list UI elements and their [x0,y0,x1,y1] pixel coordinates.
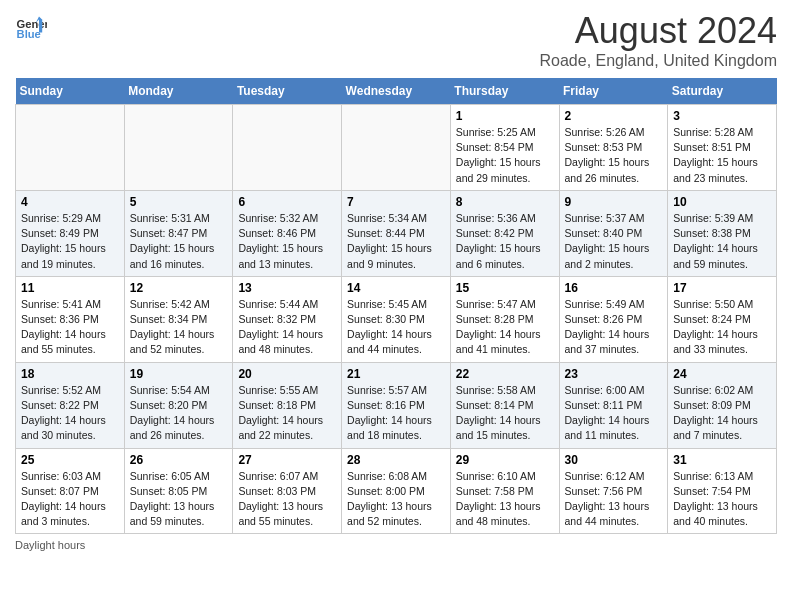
day-info: Sunrise: 6:02 AM Sunset: 8:09 PM Dayligh… [673,383,771,444]
day-cell [124,105,233,191]
day-cell: 20Sunrise: 5:55 AM Sunset: 8:18 PM Dayli… [233,362,342,448]
week-row-5: 25Sunrise: 6:03 AM Sunset: 8:07 PM Dayli… [16,448,777,534]
day-info: Sunrise: 5:39 AM Sunset: 8:38 PM Dayligh… [673,211,771,272]
day-number: 30 [565,453,663,467]
day-number: 3 [673,109,771,123]
day-info: Sunrise: 5:47 AM Sunset: 8:28 PM Dayligh… [456,297,554,358]
day-info: Sunrise: 6:13 AM Sunset: 7:54 PM Dayligh… [673,469,771,530]
day-header-tuesday: Tuesday [233,78,342,105]
day-cell: 18Sunrise: 5:52 AM Sunset: 8:22 PM Dayli… [16,362,125,448]
day-number: 1 [456,109,554,123]
day-cell: 13Sunrise: 5:44 AM Sunset: 8:32 PM Dayli… [233,276,342,362]
day-number: 25 [21,453,119,467]
day-info: Sunrise: 5:52 AM Sunset: 8:22 PM Dayligh… [21,383,119,444]
day-number: 11 [21,281,119,295]
day-info: Sunrise: 5:25 AM Sunset: 8:54 PM Dayligh… [456,125,554,186]
header-row: SundayMondayTuesdayWednesdayThursdayFrid… [16,78,777,105]
logo: General Blue [15,10,47,42]
day-cell: 9Sunrise: 5:37 AM Sunset: 8:40 PM Daylig… [559,190,668,276]
day-header-monday: Monday [124,78,233,105]
day-info: Sunrise: 5:34 AM Sunset: 8:44 PM Dayligh… [347,211,445,272]
day-number: 17 [673,281,771,295]
day-number: 8 [456,195,554,209]
day-cell: 31Sunrise: 6:13 AM Sunset: 7:54 PM Dayli… [668,448,777,534]
week-row-3: 11Sunrise: 5:41 AM Sunset: 8:36 PM Dayli… [16,276,777,362]
day-number: 21 [347,367,445,381]
day-info: Sunrise: 5:36 AM Sunset: 8:42 PM Dayligh… [456,211,554,272]
day-number: 24 [673,367,771,381]
day-cell: 7Sunrise: 5:34 AM Sunset: 8:44 PM Daylig… [342,190,451,276]
day-info: Sunrise: 5:49 AM Sunset: 8:26 PM Dayligh… [565,297,663,358]
day-info: Sunrise: 6:05 AM Sunset: 8:05 PM Dayligh… [130,469,228,530]
day-cell [233,105,342,191]
day-cell: 10Sunrise: 5:39 AM Sunset: 8:38 PM Dayli… [668,190,777,276]
day-number: 6 [238,195,336,209]
day-cell: 24Sunrise: 6:02 AM Sunset: 8:09 PM Dayli… [668,362,777,448]
day-info: Sunrise: 5:26 AM Sunset: 8:53 PM Dayligh… [565,125,663,186]
day-header-friday: Friday [559,78,668,105]
day-cell: 17Sunrise: 5:50 AM Sunset: 8:24 PM Dayli… [668,276,777,362]
title-area: August 2024 Roade, England, United Kingd… [540,10,778,70]
day-number: 4 [21,195,119,209]
day-cell: 11Sunrise: 5:41 AM Sunset: 8:36 PM Dayli… [16,276,125,362]
day-cell: 2Sunrise: 5:26 AM Sunset: 8:53 PM Daylig… [559,105,668,191]
day-info: Sunrise: 6:07 AM Sunset: 8:03 PM Dayligh… [238,469,336,530]
day-number: 2 [565,109,663,123]
week-row-1: 1Sunrise: 5:25 AM Sunset: 8:54 PM Daylig… [16,105,777,191]
day-cell: 29Sunrise: 6:10 AM Sunset: 7:58 PM Dayli… [450,448,559,534]
day-number: 10 [673,195,771,209]
day-info: Sunrise: 5:41 AM Sunset: 8:36 PM Dayligh… [21,297,119,358]
day-number: 19 [130,367,228,381]
day-info: Sunrise: 6:00 AM Sunset: 8:11 PM Dayligh… [565,383,663,444]
day-cell: 22Sunrise: 5:58 AM Sunset: 8:14 PM Dayli… [450,362,559,448]
day-number: 22 [456,367,554,381]
day-info: Sunrise: 5:54 AM Sunset: 8:20 PM Dayligh… [130,383,228,444]
calendar-table: SundayMondayTuesdayWednesdayThursdayFrid… [15,78,777,534]
day-cell: 16Sunrise: 5:49 AM Sunset: 8:26 PM Dayli… [559,276,668,362]
day-info: Sunrise: 5:45 AM Sunset: 8:30 PM Dayligh… [347,297,445,358]
day-number: 27 [238,453,336,467]
day-info: Sunrise: 6:08 AM Sunset: 8:00 PM Dayligh… [347,469,445,530]
day-cell: 6Sunrise: 5:32 AM Sunset: 8:46 PM Daylig… [233,190,342,276]
day-info: Sunrise: 5:29 AM Sunset: 8:49 PM Dayligh… [21,211,119,272]
day-cell: 21Sunrise: 5:57 AM Sunset: 8:16 PM Dayli… [342,362,451,448]
day-info: Sunrise: 5:57 AM Sunset: 8:16 PM Dayligh… [347,383,445,444]
day-number: 9 [565,195,663,209]
footer-note: Daylight hours [15,539,777,551]
day-cell: 4Sunrise: 5:29 AM Sunset: 8:49 PM Daylig… [16,190,125,276]
day-header-sunday: Sunday [16,78,125,105]
day-header-wednesday: Wednesday [342,78,451,105]
day-cell: 23Sunrise: 6:00 AM Sunset: 8:11 PM Dayli… [559,362,668,448]
day-number: 15 [456,281,554,295]
day-info: Sunrise: 5:50 AM Sunset: 8:24 PM Dayligh… [673,297,771,358]
logo-icon: General Blue [15,10,47,42]
day-number: 23 [565,367,663,381]
day-cell: 25Sunrise: 6:03 AM Sunset: 8:07 PM Dayli… [16,448,125,534]
day-info: Sunrise: 6:03 AM Sunset: 8:07 PM Dayligh… [21,469,119,530]
week-row-2: 4Sunrise: 5:29 AM Sunset: 8:49 PM Daylig… [16,190,777,276]
day-number: 13 [238,281,336,295]
day-number: 12 [130,281,228,295]
day-cell: 12Sunrise: 5:42 AM Sunset: 8:34 PM Dayli… [124,276,233,362]
day-info: Sunrise: 5:55 AM Sunset: 8:18 PM Dayligh… [238,383,336,444]
day-info: Sunrise: 6:12 AM Sunset: 7:56 PM Dayligh… [565,469,663,530]
svg-text:Blue: Blue [17,28,41,40]
day-cell: 8Sunrise: 5:36 AM Sunset: 8:42 PM Daylig… [450,190,559,276]
calendar-title: August 2024 [540,10,778,52]
day-info: Sunrise: 5:42 AM Sunset: 8:34 PM Dayligh… [130,297,228,358]
day-info: Sunrise: 5:44 AM Sunset: 8:32 PM Dayligh… [238,297,336,358]
day-number: 16 [565,281,663,295]
day-number: 14 [347,281,445,295]
day-info: Sunrise: 5:28 AM Sunset: 8:51 PM Dayligh… [673,125,771,186]
day-cell [342,105,451,191]
day-info: Sunrise: 5:37 AM Sunset: 8:40 PM Dayligh… [565,211,663,272]
day-info: Sunrise: 5:31 AM Sunset: 8:47 PM Dayligh… [130,211,228,272]
day-number: 26 [130,453,228,467]
day-number: 18 [21,367,119,381]
day-info: Sunrise: 5:58 AM Sunset: 8:14 PM Dayligh… [456,383,554,444]
day-number: 5 [130,195,228,209]
day-cell: 1Sunrise: 5:25 AM Sunset: 8:54 PM Daylig… [450,105,559,191]
day-cell: 14Sunrise: 5:45 AM Sunset: 8:30 PM Dayli… [342,276,451,362]
day-header-saturday: Saturday [668,78,777,105]
day-cell: 5Sunrise: 5:31 AM Sunset: 8:47 PM Daylig… [124,190,233,276]
